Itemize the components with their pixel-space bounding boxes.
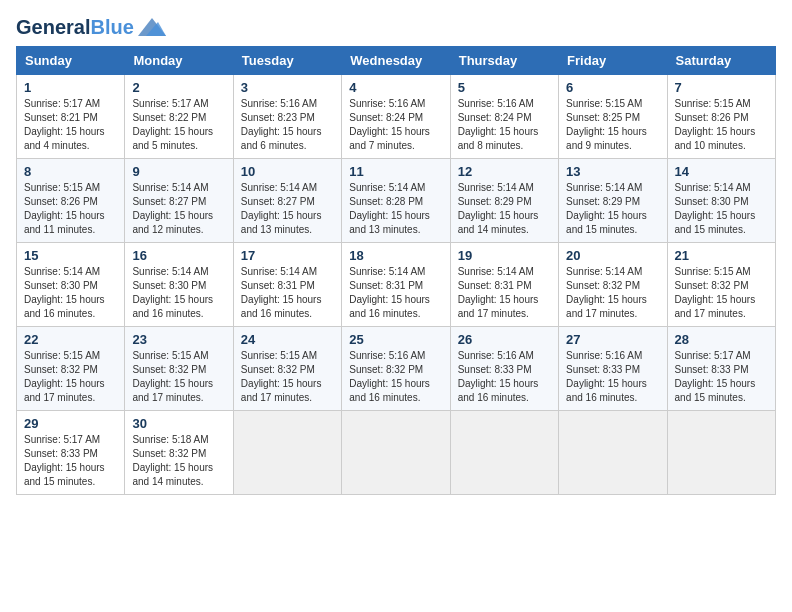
day-number: 10 [241, 164, 334, 179]
calendar-cell: 13 Sunrise: 5:14 AMSunset: 8:29 PMDaylig… [559, 159, 667, 243]
calendar-cell: 26 Sunrise: 5:16 AMSunset: 8:33 PMDaylig… [450, 327, 558, 411]
calendar-week-row: 22 Sunrise: 5:15 AMSunset: 8:32 PMDaylig… [17, 327, 776, 411]
calendar-cell [450, 411, 558, 495]
day-number: 4 [349, 80, 442, 95]
calendar-cell: 7 Sunrise: 5:15 AMSunset: 8:26 PMDayligh… [667, 75, 775, 159]
day-info: Sunrise: 5:14 AMSunset: 8:31 PMDaylight:… [349, 265, 442, 321]
day-info: Sunrise: 5:17 AMSunset: 8:33 PMDaylight:… [675, 349, 768, 405]
calendar-cell: 3 Sunrise: 5:16 AMSunset: 8:23 PMDayligh… [233, 75, 341, 159]
calendar-cell: 1 Sunrise: 5:17 AMSunset: 8:21 PMDayligh… [17, 75, 125, 159]
weekday-header-row: SundayMondayTuesdayWednesdayThursdayFrid… [17, 47, 776, 75]
day-info: Sunrise: 5:14 AMSunset: 8:30 PMDaylight:… [24, 265, 117, 321]
calendar-cell: 14 Sunrise: 5:14 AMSunset: 8:30 PMDaylig… [667, 159, 775, 243]
day-info: Sunrise: 5:15 AMSunset: 8:25 PMDaylight:… [566, 97, 659, 153]
day-number: 11 [349, 164, 442, 179]
day-info: Sunrise: 5:16 AMSunset: 8:24 PMDaylight:… [458, 97, 551, 153]
day-number: 22 [24, 332, 117, 347]
calendar-cell: 20 Sunrise: 5:14 AMSunset: 8:32 PMDaylig… [559, 243, 667, 327]
calendar-cell: 30 Sunrise: 5:18 AMSunset: 8:32 PMDaylig… [125, 411, 233, 495]
day-info: Sunrise: 5:14 AMSunset: 8:29 PMDaylight:… [458, 181, 551, 237]
day-number: 13 [566, 164, 659, 179]
day-number: 18 [349, 248, 442, 263]
calendar-cell: 22 Sunrise: 5:15 AMSunset: 8:32 PMDaylig… [17, 327, 125, 411]
day-info: Sunrise: 5:14 AMSunset: 8:27 PMDaylight:… [132, 181, 225, 237]
logo-icon [138, 16, 166, 38]
day-info: Sunrise: 5:14 AMSunset: 8:28 PMDaylight:… [349, 181, 442, 237]
calendar-cell: 12 Sunrise: 5:14 AMSunset: 8:29 PMDaylig… [450, 159, 558, 243]
calendar-cell [233, 411, 341, 495]
weekday-header-sunday: Sunday [17, 47, 125, 75]
day-info: Sunrise: 5:15 AMSunset: 8:26 PMDaylight:… [675, 97, 768, 153]
weekday-header-friday: Friday [559, 47, 667, 75]
calendar-cell: 18 Sunrise: 5:14 AMSunset: 8:31 PMDaylig… [342, 243, 450, 327]
day-info: Sunrise: 5:18 AMSunset: 8:32 PMDaylight:… [132, 433, 225, 489]
weekday-header-saturday: Saturday [667, 47, 775, 75]
day-info: Sunrise: 5:14 AMSunset: 8:31 PMDaylight:… [241, 265, 334, 321]
day-info: Sunrise: 5:16 AMSunset: 8:33 PMDaylight:… [566, 349, 659, 405]
calendar-cell: 25 Sunrise: 5:16 AMSunset: 8:32 PMDaylig… [342, 327, 450, 411]
day-info: Sunrise: 5:16 AMSunset: 8:23 PMDaylight:… [241, 97, 334, 153]
calendar-cell: 21 Sunrise: 5:15 AMSunset: 8:32 PMDaylig… [667, 243, 775, 327]
day-info: Sunrise: 5:16 AMSunset: 8:24 PMDaylight:… [349, 97, 442, 153]
calendar-cell: 10 Sunrise: 5:14 AMSunset: 8:27 PMDaylig… [233, 159, 341, 243]
day-number: 12 [458, 164, 551, 179]
day-info: Sunrise: 5:15 AMSunset: 8:32 PMDaylight:… [24, 349, 117, 405]
day-info: Sunrise: 5:16 AMSunset: 8:32 PMDaylight:… [349, 349, 442, 405]
day-number: 25 [349, 332, 442, 347]
day-number: 30 [132, 416, 225, 431]
logo-text: GeneralBlue [16, 16, 134, 38]
calendar-week-row: 8 Sunrise: 5:15 AMSunset: 8:26 PMDayligh… [17, 159, 776, 243]
day-number: 8 [24, 164, 117, 179]
day-info: Sunrise: 5:15 AMSunset: 8:32 PMDaylight:… [675, 265, 768, 321]
day-number: 16 [132, 248, 225, 263]
calendar-cell: 4 Sunrise: 5:16 AMSunset: 8:24 PMDayligh… [342, 75, 450, 159]
day-info: Sunrise: 5:14 AMSunset: 8:32 PMDaylight:… [566, 265, 659, 321]
calendar-cell: 16 Sunrise: 5:14 AMSunset: 8:30 PMDaylig… [125, 243, 233, 327]
day-number: 23 [132, 332, 225, 347]
day-info: Sunrise: 5:17 AMSunset: 8:33 PMDaylight:… [24, 433, 117, 489]
day-number: 5 [458, 80, 551, 95]
weekday-header-thursday: Thursday [450, 47, 558, 75]
calendar-table: SundayMondayTuesdayWednesdayThursdayFrid… [16, 46, 776, 495]
calendar-cell: 6 Sunrise: 5:15 AMSunset: 8:25 PMDayligh… [559, 75, 667, 159]
calendar-cell: 24 Sunrise: 5:15 AMSunset: 8:32 PMDaylig… [233, 327, 341, 411]
calendar-week-row: 1 Sunrise: 5:17 AMSunset: 8:21 PMDayligh… [17, 75, 776, 159]
day-number: 7 [675, 80, 768, 95]
calendar-cell: 5 Sunrise: 5:16 AMSunset: 8:24 PMDayligh… [450, 75, 558, 159]
calendar-cell: 15 Sunrise: 5:14 AMSunset: 8:30 PMDaylig… [17, 243, 125, 327]
day-info: Sunrise: 5:15 AMSunset: 8:26 PMDaylight:… [24, 181, 117, 237]
calendar-cell: 8 Sunrise: 5:15 AMSunset: 8:26 PMDayligh… [17, 159, 125, 243]
day-info: Sunrise: 5:15 AMSunset: 8:32 PMDaylight:… [132, 349, 225, 405]
weekday-header-wednesday: Wednesday [342, 47, 450, 75]
calendar-cell: 28 Sunrise: 5:17 AMSunset: 8:33 PMDaylig… [667, 327, 775, 411]
day-info: Sunrise: 5:14 AMSunset: 8:30 PMDaylight:… [675, 181, 768, 237]
day-number: 19 [458, 248, 551, 263]
day-number: 27 [566, 332, 659, 347]
day-number: 17 [241, 248, 334, 263]
calendar-cell [342, 411, 450, 495]
calendar-cell: 2 Sunrise: 5:17 AMSunset: 8:22 PMDayligh… [125, 75, 233, 159]
logo: GeneralBlue [16, 16, 166, 38]
day-info: Sunrise: 5:17 AMSunset: 8:22 PMDaylight:… [132, 97, 225, 153]
day-info: Sunrise: 5:17 AMSunset: 8:21 PMDaylight:… [24, 97, 117, 153]
day-info: Sunrise: 5:15 AMSunset: 8:32 PMDaylight:… [241, 349, 334, 405]
day-info: Sunrise: 5:14 AMSunset: 8:27 PMDaylight:… [241, 181, 334, 237]
day-number: 3 [241, 80, 334, 95]
calendar-cell: 11 Sunrise: 5:14 AMSunset: 8:28 PMDaylig… [342, 159, 450, 243]
calendar-cell: 23 Sunrise: 5:15 AMSunset: 8:32 PMDaylig… [125, 327, 233, 411]
day-number: 28 [675, 332, 768, 347]
calendar-cell [667, 411, 775, 495]
day-number: 1 [24, 80, 117, 95]
day-number: 29 [24, 416, 117, 431]
calendar-cell: 29 Sunrise: 5:17 AMSunset: 8:33 PMDaylig… [17, 411, 125, 495]
day-number: 2 [132, 80, 225, 95]
calendar-cell: 27 Sunrise: 5:16 AMSunset: 8:33 PMDaylig… [559, 327, 667, 411]
day-number: 21 [675, 248, 768, 263]
weekday-header-monday: Monday [125, 47, 233, 75]
day-number: 15 [24, 248, 117, 263]
calendar-week-row: 29 Sunrise: 5:17 AMSunset: 8:33 PMDaylig… [17, 411, 776, 495]
calendar-cell: 9 Sunrise: 5:14 AMSunset: 8:27 PMDayligh… [125, 159, 233, 243]
day-number: 6 [566, 80, 659, 95]
page-header: GeneralBlue [16, 16, 776, 38]
calendar-cell: 19 Sunrise: 5:14 AMSunset: 8:31 PMDaylig… [450, 243, 558, 327]
